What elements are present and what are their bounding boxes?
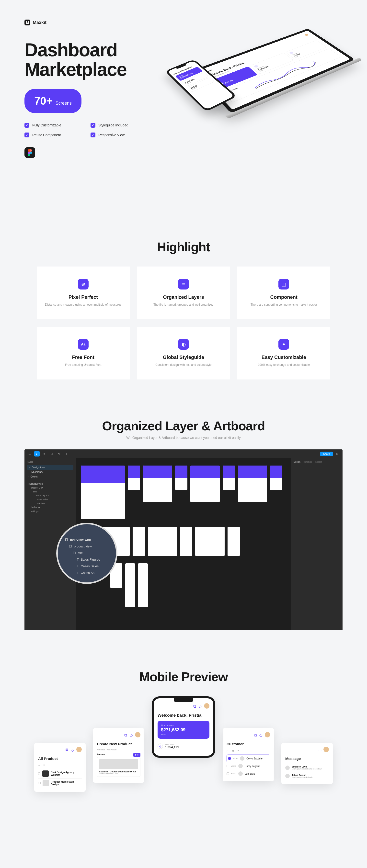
artboard [238, 466, 267, 502]
pixel-perfect-icon: ⊕ [78, 279, 89, 289]
check-icon: ✓ [25, 123, 29, 128]
mobile-row: ⧉◇ All Product ⌕≡ DNA Design Agency Webs… [0, 696, 367, 824]
layer-item: overview-web [27, 482, 74, 486]
figma-menu-icon: ☰ [27, 451, 32, 457]
search-icon: ⌕ [38, 764, 40, 767]
card-desc: Distance and measure using an even multi… [44, 303, 122, 307]
figma-right-panel: Design Prototype Inspect [291, 458, 342, 630]
zoom-item: ☐ overview-web [65, 536, 109, 543]
avatar [76, 747, 82, 752]
grid-icon: ▦ [232, 749, 234, 752]
message-row: Emerson Levin Lorem ipsum dolor sit amet… [285, 764, 329, 772]
hero-section: M Maxkit Dashboard Marketplace 70+ Scree… [0, 0, 367, 220]
layer-item: Sales Figures [27, 494, 74, 498]
zoom-item: T Cases Sales [65, 563, 109, 569]
card-title: Pixel Perfect [44, 294, 122, 300]
screen-title: Create New Product [97, 742, 140, 746]
welcome-title: Welcome back, Pristia [158, 713, 209, 718]
layer-item: title [27, 490, 74, 494]
move-tool-icon: ▸ [34, 451, 40, 457]
screens-label: Screens [56, 101, 72, 106]
avatar [323, 747, 329, 752]
highlight-card: ◐ Global Styleguide Consistent design wi… [137, 327, 230, 379]
artboard [143, 466, 172, 502]
artboard [138, 563, 148, 607]
frame-tool-icon: # [41, 451, 47, 457]
phone-create-product: ⧉◇ Create New Product All Product > Add … [93, 728, 144, 783]
zoom-item: ☐ title [65, 550, 109, 556]
check-icon: ✓ [90, 132, 95, 137]
artboard [125, 563, 135, 607]
feature-text: Reuse Component [32, 133, 61, 137]
device-mockups: ◆Maxkit Welcome back, Pristia Here's wha… [205, 22, 352, 115]
feature-text: Styleguide Included [98, 123, 128, 127]
customer-row: #0016 Corvo Baptiste [227, 754, 270, 763]
card-title: Easy Customizable [245, 354, 323, 360]
breadcrumb: All Product > Add Product [97, 749, 140, 751]
page-item: ✓ Design Area [27, 465, 74, 470]
figma-preview: ☰ ▸ # □ ✎ T Share ▷ Pages ✓ Design Area … [25, 450, 342, 630]
filter-icon: ≡ [237, 749, 239, 752]
feature-item: ✓ Fully Customizable [25, 123, 81, 128]
highlight-card: ✦ Easy Customizable 100% easy to change … [237, 327, 330, 379]
avatar [265, 732, 270, 738]
artboard [81, 466, 125, 519]
play-icon: ▷ [335, 451, 340, 457]
layer-item: product-view [27, 486, 74, 490]
artboard [133, 527, 145, 556]
share-button: Share [320, 452, 333, 456]
card-title: Free Font [44, 354, 122, 360]
customer-row: #0015 Darby Lagerd [227, 763, 270, 770]
card-desc: Consistent design with text and colors s… [144, 363, 223, 367]
component-icon: ◫ [278, 279, 289, 289]
customer-row: #0014 Lun Swift [227, 770, 270, 777]
tab: Inspect [315, 461, 322, 463]
logo-text: Maxkit [33, 20, 47, 25]
shape-tool-icon: □ [49, 451, 54, 457]
highlight-title: Highlight [25, 240, 342, 254]
highlight-card: Aa Free Font Free amazing Urbanist Font [37, 327, 130, 379]
cart-icon: ◇ [71, 748, 75, 751]
screens-badge: 70+ Screens [25, 89, 82, 113]
tab: Design [293, 461, 301, 463]
artboard [223, 466, 235, 490]
check-icon: ✓ [25, 132, 29, 137]
highlight-card: ◫ Component There are supporting compone… [237, 267, 330, 319]
layer-item: Cases Sales [27, 498, 74, 501]
search-icon: ⌕ [227, 749, 228, 752]
phone-customers: ⧉◇ Customer ⌕▦≡ #0016 Corvo Baptiste #00… [223, 728, 274, 781]
feature-item: ✓ Responsive View [90, 132, 147, 137]
avatar [304, 33, 309, 36]
highlight-card: ⊕ Pixel Perfect Distance and measure usi… [37, 267, 130, 319]
page-item: · Typography [27, 470, 74, 474]
features-grid: ✓ Fully Customizable ✓ Styleguide Includ… [25, 123, 342, 137]
preview-label: Preview [97, 753, 105, 755]
artboard [180, 527, 192, 556]
notification-icon: ⧉ [254, 733, 257, 737]
product-card: Coursea - Course Dashboard UI Kit Course… [97, 757, 140, 777]
artboard [128, 466, 140, 490]
zoom-item: T Cases Sa [65, 569, 109, 576]
feature-text: Fully Customizable [32, 123, 61, 127]
figma-icon [25, 147, 35, 158]
notification-icon: ⧉ [65, 748, 69, 751]
total-sales-card: Total Sales $271,632.09 +2.5% [158, 721, 209, 739]
mobile-section: Mobile Preview ⧉◇ All Product ⌕≡ DNA Des… [0, 650, 367, 824]
artboard [228, 527, 240, 556]
card-title: Component [245, 294, 323, 300]
tab: Prototype [303, 461, 312, 463]
title-line1: Dashboard [25, 39, 117, 60]
title-line2: Marketplace [25, 59, 126, 80]
organized-subtitle: We Organized Layer & Artboard because we… [25, 436, 342, 440]
highlight-card: ≡ Organized Layers The file is named, gr… [137, 267, 230, 319]
message-row: Jakob Carson Hey, I wanted to ask about.… [285, 772, 329, 780]
card-desc: 100% easy to change and costumizable [245, 363, 323, 367]
zoom-lens: ☐ overview-web ☐ product view ☐ title T … [56, 523, 117, 584]
artboard [270, 466, 282, 490]
card-title: Global Styleguide [144, 354, 223, 360]
phone-dashboard: ⧉◇ Welcome back, Pristia Total Sales $27… [152, 696, 215, 758]
filter-icon: ≡ [43, 764, 45, 767]
layer-item: settings [27, 509, 74, 513]
layer-item: Overview [27, 501, 74, 505]
phone-all-products: ⧉◇ All Product ⌕≡ DNA Design Agency Webs… [34, 743, 86, 792]
